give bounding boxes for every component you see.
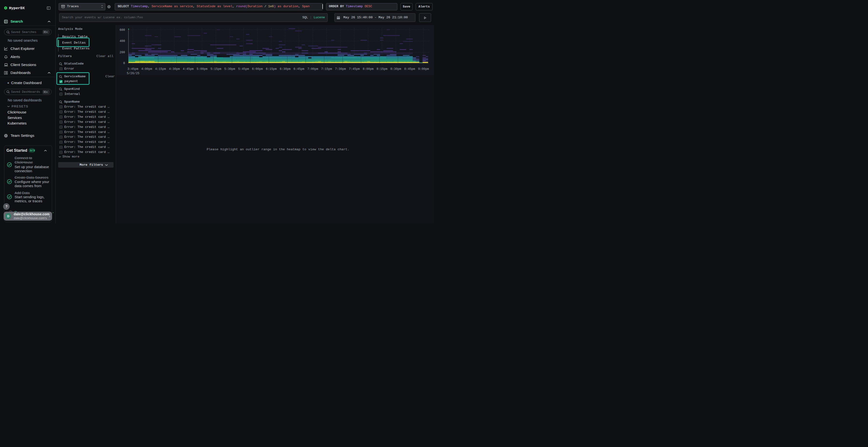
svg-text:5:30pm: 5:30pm — [224, 67, 235, 71]
svg-text:5:00pm: 5:00pm — [196, 67, 207, 71]
svg-text:6:30pm: 6:30pm — [280, 67, 290, 71]
svg-text:5:15pm: 5:15pm — [211, 67, 221, 71]
svg-text:4:45pm: 4:45pm — [183, 67, 194, 71]
svg-text:6:00pm: 6:00pm — [252, 67, 263, 71]
svg-text:4:00pm: 4:00pm — [141, 67, 152, 71]
svg-text:K: K — [46, 31, 48, 34]
svg-text:4:15pm: 4:15pm — [155, 67, 166, 71]
svg-text:0: 0 — [123, 62, 125, 65]
svg-text:6:15pm: 6:15pm — [266, 67, 277, 71]
svg-text:600: 600 — [120, 28, 125, 32]
svg-text:8:00pm: 8:00pm — [363, 67, 373, 71]
svg-text:9:00pm: 9:00pm — [418, 67, 429, 71]
svg-text:8:30pm: 8:30pm — [390, 67, 401, 71]
svg-text:8:45pm: 8:45pm — [404, 67, 415, 71]
svg-text:K: K — [46, 91, 48, 94]
svg-text:4:30pm: 4:30pm — [169, 67, 180, 71]
svg-text:6:45pm: 6:45pm — [293, 67, 304, 71]
svg-text:8:15pm: 8:15pm — [377, 67, 388, 71]
svg-text:5:45pm: 5:45pm — [238, 67, 249, 71]
svg-text:400: 400 — [120, 39, 125, 43]
svg-text:3:45pm: 3:45pm — [127, 67, 138, 71]
svg-text:200: 200 — [120, 51, 125, 54]
svg-text:7:45pm: 7:45pm — [349, 67, 360, 71]
svg-text:7:15pm: 7:15pm — [321, 67, 332, 71]
svg-text:7:30pm: 7:30pm — [335, 67, 346, 71]
svg-text:5/26/25: 5/26/25 — [127, 72, 140, 75]
svg-text:7:00pm: 7:00pm — [307, 67, 318, 71]
